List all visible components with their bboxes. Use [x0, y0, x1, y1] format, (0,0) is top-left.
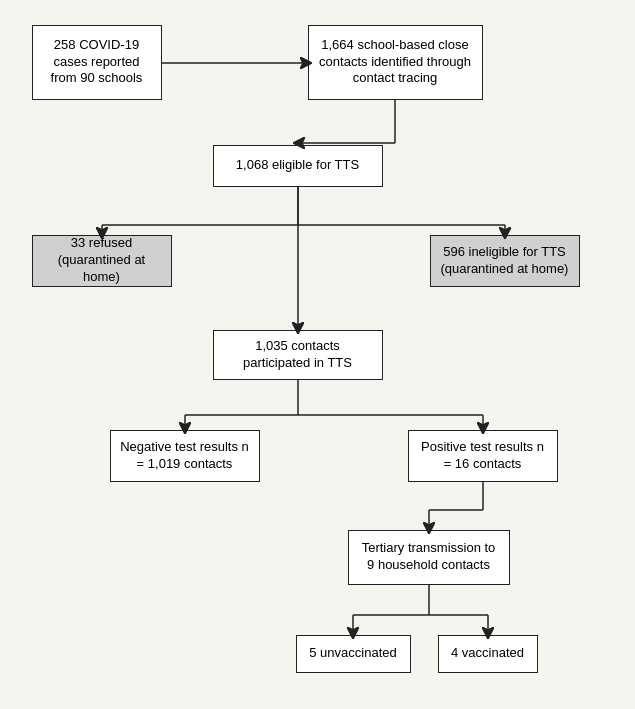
- vaccinated-box: 4 vaccinated: [438, 635, 538, 673]
- unvaccinated-box: 5 unvaccinated: [296, 635, 411, 673]
- eligible-tts-box: 1,068 eligible for TTS: [213, 145, 383, 187]
- covid-cases-box: 258 COVID-19 cases reported from 90 scho…: [32, 25, 162, 100]
- close-contacts-box: 1,664 school-based close contacts identi…: [308, 25, 483, 100]
- flowchart-diagram: 258 COVID-19 cases reported from 90 scho…: [18, 15, 618, 695]
- refused-box: 33 refused (quarantined at home): [32, 235, 172, 287]
- participated-box: 1,035 contacts participated in TTS: [213, 330, 383, 380]
- negative-box: Negative test results n = 1,019 contacts: [110, 430, 260, 482]
- tertiary-box: Tertiary transmission to 9 household con…: [348, 530, 510, 585]
- positive-box: Positive test results n = 16 contacts: [408, 430, 558, 482]
- ineligible-box: 596 ineligible for TTS (quarantined at h…: [430, 235, 580, 287]
